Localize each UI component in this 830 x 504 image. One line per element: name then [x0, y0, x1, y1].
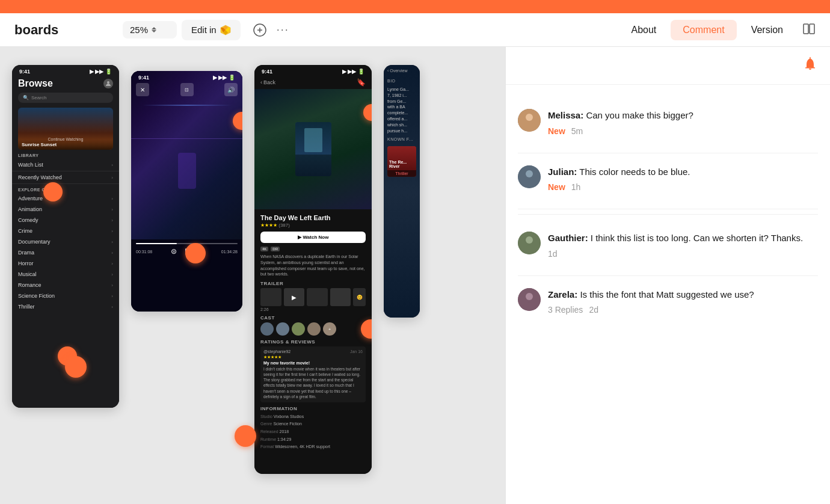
- progress-fill: [136, 243, 177, 244]
- info-section: INFORMATION: [260, 402, 366, 413]
- comment-body-julian: Julian: This color needs to be blue. New…: [548, 165, 818, 192]
- comment-replies-zarela[interactable]: 3 Replies: [548, 305, 583, 315]
- cast-more[interactable]: +: [323, 322, 336, 336]
- pip-btn[interactable]: ⊡: [180, 83, 194, 96]
- phone-frame-2: 9:41 ▶ ▶▶ 🔋 ✕ ⊡ 🔊: [131, 71, 242, 312]
- movie-title: The Day We Left Earth: [260, 214, 366, 221]
- volume-btn[interactable]: 🔊: [224, 83, 238, 96]
- comment-item-melissa: Melissa: Can you make this bigger? New 5…: [518, 97, 818, 153]
- genre-documentary[interactable]: Documentary ›: [12, 236, 119, 247]
- comment-meta-gauthier: 1d: [548, 249, 818, 259]
- more-menu-button[interactable]: ···: [277, 23, 289, 36]
- comment-time-gauthier: 1d: [548, 249, 558, 259]
- svg-point-18: [526, 293, 533, 300]
- comment-text-gauthier: Gauthier: I think this list is too long.…: [548, 232, 818, 245]
- comment-text-melissa: Melissa: Can you make this bigger?: [548, 109, 818, 123]
- sketch-icon: [220, 25, 231, 35]
- commenter-name-gauthier: Gauthier:: [548, 233, 588, 243]
- comment-item-gauthier: Gauthier: I think this list is too long.…: [518, 220, 818, 276]
- comment-nav-button[interactable]: Comment: [671, 20, 736, 40]
- recently-watched-item[interactable]: Recently Watched ›: [12, 171, 119, 184]
- comment-dot-5[interactable]: [185, 243, 206, 263]
- review-card: @stephanie92 Jan 16 ★★★★★ My new favorit…: [260, 346, 366, 402]
- comment-dot-3[interactable]: [65, 356, 87, 378]
- video-screen: 9:41 ▶ ▶▶ 🔋 ✕ ⊡ 🔊: [131, 71, 242, 312]
- edit-btn-label: Edit in: [191, 25, 217, 35]
- genre-horror[interactable]: Horror ›: [12, 258, 119, 269]
- comment-time-julian: 1h: [571, 182, 581, 192]
- comments-list: Melissa: Can you make this bigger? New 5…: [506, 85, 830, 343]
- cast-avatars: +: [260, 322, 366, 336]
- genre-thriller[interactable]: Thriller ›: [12, 301, 119, 312]
- trailer-section: TRAILER: [260, 277, 366, 288]
- genre-romance[interactable]: Romance ›: [12, 280, 119, 290]
- about-nav-button[interactable]: About: [619, 20, 668, 40]
- review-title: My new favorite movie!: [263, 361, 363, 365]
- close-video-btn[interactable]: ✕: [136, 83, 149, 96]
- phone-4-screen: ‹ Overview BIO Lynne Ga...7, 1982 i...fr…: [384, 65, 420, 318]
- genre-scifi[interactable]: Science Fiction ›: [12, 290, 119, 301]
- browse-title: Browse: [18, 78, 53, 89]
- genre-drama[interactable]: Drama ›: [12, 247, 119, 258]
- cast-avatar-4: [307, 322, 321, 336]
- comment-header-gauthier: Gauthier: I think this list is too long.…: [518, 232, 818, 259]
- zoom-up-icon: [152, 27, 156, 29]
- info-details: Studio Vixbona Studios Genre Science Fic…: [260, 413, 366, 451]
- comment-item-zarela: Zarela: Is this the font that Matt sugge…: [518, 276, 818, 332]
- top-accent-bar: [0, 0, 830, 13]
- comment-dot-standalone[interactable]: [235, 425, 256, 447]
- comment-header-zarela: Zarela: Is this the font that Matt sugge…: [518, 288, 818, 315]
- comment-text-julian: Julian: This color needs to be blue.: [548, 165, 818, 179]
- layout-toggle-button[interactable]: [798, 19, 820, 41]
- bio-label: BIO: [384, 76, 420, 85]
- play-trailer-button[interactable]: ▶: [284, 288, 305, 306]
- movie-rating: ★★★★ (387): [260, 223, 366, 228]
- play-icon[interactable]: ⊜: [171, 247, 177, 256]
- video-poster: [131, 71, 242, 239]
- movie-screen: 9:41 ▶ ▶▶ 🔋 ‹ Back 🔖: [254, 65, 372, 474]
- genre-adventure[interactable]: Adventure ›: [12, 193, 119, 204]
- comment-meta-zarela: 3 Replies 2d: [548, 305, 818, 315]
- genre-comedy[interactable]: Comedy ›: [12, 215, 119, 226]
- movie-info: The Day We Left Earth ★★★★ (387) ▶ Watch…: [254, 209, 372, 456]
- svg-point-12: [526, 114, 533, 121]
- genre-crime[interactable]: Crime ›: [12, 226, 119, 236]
- phones-container: 9:41 ▶ ▶▶ 🔋 Browse: [0, 47, 505, 492]
- watch-list-item[interactable]: Watch List ›: [12, 159, 119, 171]
- comment-dot-1[interactable]: [43, 182, 63, 201]
- canvas-area[interactable]: 9:41 ▶ ▶▶ 🔋 Browse: [0, 47, 505, 504]
- new-badge-julian: New: [548, 182, 565, 192]
- add-comment-button[interactable]: [250, 20, 269, 40]
- comment-time-zarela: 2d: [589, 305, 598, 315]
- svg-point-10: [107, 81, 109, 84]
- search-bar[interactable]: 🔍 Search: [18, 93, 113, 103]
- progress-bar[interactable]: [136, 243, 238, 244]
- version-nav-button[interactable]: Version: [739, 20, 795, 40]
- browse-header: Browse: [12, 76, 119, 93]
- avatar-melissa: [518, 109, 541, 132]
- dr-badge: DR: [271, 247, 280, 251]
- review-text: I didn't catch this movie when it was in…: [263, 366, 363, 399]
- edit-in-sketch-button[interactable]: Edit in: [182, 20, 241, 40]
- hd-badge: 4K: [260, 247, 268, 251]
- watch-now-button[interactable]: ▶ Watch Now: [260, 232, 366, 243]
- comment-body-gauthier: Gauthier: I think this list is too long.…: [548, 232, 818, 259]
- notification-bell[interactable]: [802, 57, 818, 75]
- back-button[interactable]: ‹ Back: [260, 79, 275, 85]
- comment-text-zarela: Zarela: Is this the font that Matt sugge…: [548, 288, 818, 302]
- library-section-label: LIBRARY: [12, 150, 119, 159]
- zoom-value: 25%: [130, 25, 148, 35]
- toolbar-left: boards: [10, 22, 118, 38]
- zoom-control[interactable]: 25%: [123, 21, 177, 38]
- thriller-badge: Thriller: [387, 170, 416, 177]
- comment-item-julian: Julian: This color needs to be blue. New…: [518, 153, 818, 210]
- cast-avatar-3: [292, 322, 305, 336]
- movie-nav-bar: ‹ Back 🔖: [254, 76, 372, 89]
- movie-poster: [254, 89, 372, 209]
- comment-header-melissa: Melissa: Can you make this bigger? New 5…: [518, 109, 818, 136]
- genre-animation[interactable]: Animation ›: [12, 204, 119, 215]
- bookmark-icon[interactable]: 🔖: [357, 78, 366, 87]
- sunrise-banner: Sunrise Sunset Continue Watching: [18, 108, 113, 150]
- person-icon: [103, 79, 113, 88]
- genre-musical[interactable]: Musical ›: [12, 269, 119, 280]
